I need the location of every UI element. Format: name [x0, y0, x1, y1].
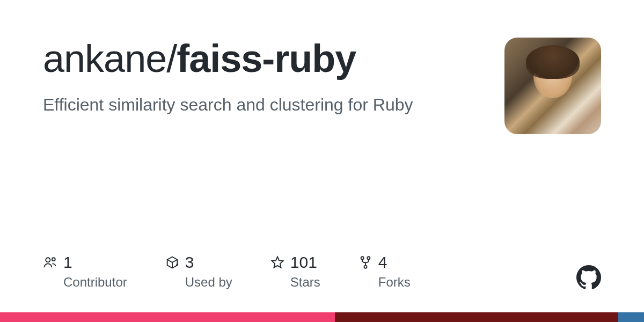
stat-usedby[interactable]: 3 Used by	[165, 253, 232, 290]
repo-stats: 1 Contributor 3 Used by	[43, 253, 411, 290]
repo-description: Efficient similarity search and clusteri…	[43, 94, 494, 116]
star-icon	[270, 255, 285, 270]
contributors-value: 1	[63, 253, 72, 272]
language-segment	[0, 312, 335, 322]
stat-contributors[interactable]: 1 Contributor	[43, 253, 127, 290]
repo-owner: ankane	[43, 37, 166, 80]
language-bar	[0, 312, 644, 322]
stars-value: 101	[290, 253, 317, 272]
repo-slash: /	[166, 37, 177, 80]
usedby-label: Used by	[185, 275, 232, 290]
stars-label: Stars	[290, 275, 320, 290]
svg-point-3	[367, 257, 370, 259]
svg-point-4	[364, 266, 367, 268]
repo-name: faiss-ruby	[177, 37, 356, 80]
package-icon	[165, 255, 180, 270]
stat-stars[interactable]: 101 Stars	[270, 253, 320, 290]
repo-title[interactable]: ankane/faiss-ruby	[43, 38, 494, 80]
github-logo-icon[interactable]	[576, 265, 601, 290]
language-segment	[618, 312, 644, 322]
svg-point-1	[52, 258, 55, 261]
contributors-label: Contributor	[63, 275, 127, 290]
svg-point-2	[361, 257, 363, 259]
usedby-value: 3	[185, 253, 194, 272]
stat-forks[interactable]: 4 Forks	[358, 253, 411, 290]
language-segment	[335, 312, 618, 322]
svg-point-0	[46, 258, 50, 262]
forks-value: 4	[378, 253, 387, 272]
forks-label: Forks	[378, 275, 411, 290]
contributors-icon	[43, 255, 58, 270]
fork-icon	[358, 255, 373, 270]
owner-avatar[interactable]	[504, 38, 601, 134]
